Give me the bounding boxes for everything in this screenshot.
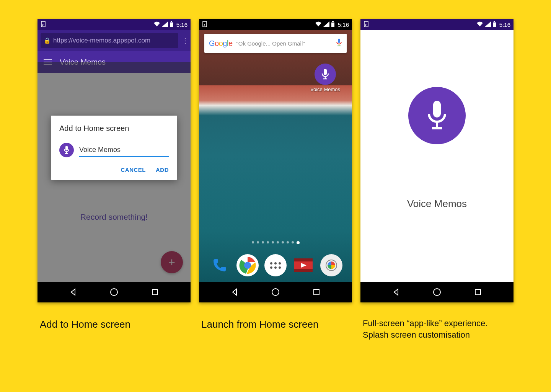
status-bar: 5:16 bbox=[360, 19, 514, 30]
modal-overlay: Add to Home screen bbox=[37, 62, 191, 282]
svg-point-37 bbox=[434, 289, 440, 296]
caption-1: Add to Home screen bbox=[37, 318, 191, 340]
recents-button[interactable] bbox=[150, 287, 160, 297]
home-button[interactable] bbox=[109, 287, 119, 297]
phone-app-icon[interactable] bbox=[209, 254, 231, 276]
svg-rect-32 bbox=[494, 21, 495, 22]
android-nav-bar bbox=[37, 282, 191, 302]
home-screen-wallpaper[interactable]: Google "Ok Google... Open Gmail" Voice bbox=[199, 30, 352, 282]
svg-rect-8 bbox=[152, 289, 158, 295]
phone-home-screen: 5:16 Google "Ok Google... Open Gmail" bbox=[199, 19, 352, 302]
app-drawer-button[interactable] bbox=[264, 254, 287, 276]
home-button[interactable] bbox=[271, 287, 280, 297]
url-text: https://voice-memos.appspot.com bbox=[53, 37, 150, 44]
svg-rect-9 bbox=[203, 21, 207, 27]
microphone-icon bbox=[424, 98, 450, 133]
wifi-icon bbox=[315, 21, 322, 28]
svg-rect-3 bbox=[170, 22, 173, 23]
url-input[interactable]: 🔒 https://voice-memos.appspot.com bbox=[41, 33, 178, 48]
phone-add-to-home: 5:16 🔒 https://voice-memos.appspot.com ⋮… bbox=[37, 19, 191, 302]
svg-rect-12 bbox=[331, 22, 334, 23]
battery-icon bbox=[492, 21, 496, 28]
android-nav-bar bbox=[199, 282, 352, 302]
captions-row: Add to Home screen Launch from Home scre… bbox=[15, 318, 536, 340]
microphone-icon bbox=[320, 68, 330, 80]
caption-2: Launch from Home screen bbox=[199, 318, 352, 340]
microphone-icon bbox=[63, 145, 70, 155]
wifi-icon bbox=[476, 21, 483, 28]
status-time: 5:16 bbox=[338, 21, 349, 28]
home-button[interactable] bbox=[432, 287, 442, 297]
dock bbox=[199, 254, 352, 276]
recents-button[interactable] bbox=[473, 287, 483, 297]
cell-signal-icon bbox=[485, 21, 491, 28]
status-time: 5:16 bbox=[176, 21, 187, 28]
apps-grid-icon bbox=[270, 262, 281, 269]
svg-rect-13 bbox=[338, 39, 340, 43]
svg-point-7 bbox=[111, 289, 117, 296]
browser-url-bar: 🔒 https://voice-memos.appspot.com ⋮ bbox=[37, 30, 191, 51]
svg-rect-0 bbox=[41, 21, 45, 27]
svg-rect-29 bbox=[314, 289, 319, 295]
splash-title: Voice Memos bbox=[407, 198, 467, 210]
video-app-icon[interactable] bbox=[292, 254, 315, 276]
status-bar: 5:16 bbox=[37, 19, 191, 30]
svg-rect-30 bbox=[364, 21, 368, 27]
app-icon-preview bbox=[59, 143, 74, 157]
battery-icon bbox=[170, 21, 173, 28]
recents-button[interactable] bbox=[311, 287, 321, 297]
search-placeholder: "Ok Google... Open Gmail" bbox=[236, 40, 332, 47]
back-button[interactable] bbox=[230, 287, 240, 297]
svg-rect-4 bbox=[65, 146, 68, 150]
google-logo: Google bbox=[209, 39, 233, 48]
splash-screen: Voice Memos bbox=[360, 30, 514, 282]
voice-search-icon[interactable] bbox=[336, 38, 342, 48]
lock-icon: 🔒 bbox=[44, 37, 51, 44]
status-bar: 5:16 bbox=[199, 19, 352, 30]
svg-rect-34 bbox=[433, 101, 441, 118]
caption-3: Full-screen “app-like” experience. Splas… bbox=[360, 318, 514, 340]
notification-icon bbox=[41, 21, 46, 28]
svg-rect-11 bbox=[332, 21, 334, 22]
page-indicator bbox=[199, 241, 352, 244]
notification-icon bbox=[202, 21, 207, 28]
browser-overflow-menu[interactable]: ⋮ bbox=[181, 36, 187, 45]
svg-rect-38 bbox=[475, 289, 481, 295]
android-nav-bar bbox=[360, 282, 514, 302]
battery-icon bbox=[331, 21, 335, 28]
cell-signal-icon bbox=[162, 21, 168, 28]
svg-point-28 bbox=[272, 289, 279, 296]
svg-rect-25 bbox=[294, 269, 313, 272]
svg-rect-33 bbox=[493, 22, 496, 23]
status-time: 5:16 bbox=[499, 21, 510, 28]
phone-splash-screen: 5:16 Voice Memos bbox=[360, 19, 514, 302]
back-button[interactable] bbox=[68, 287, 78, 297]
voice-memos-shortcut[interactable]: Voice Memos bbox=[310, 64, 341, 92]
camera-app-icon[interactable] bbox=[320, 254, 342, 276]
wifi-icon bbox=[153, 21, 160, 28]
dialog-title: Add to Home screen bbox=[59, 124, 169, 133]
back-button[interactable] bbox=[391, 287, 401, 297]
add-to-home-dialog: Add to Home screen bbox=[51, 116, 177, 180]
google-search-bar[interactable]: Google "Ok Google... Open Gmail" bbox=[204, 34, 347, 53]
cancel-button[interactable]: CANCEL bbox=[121, 167, 146, 173]
svg-rect-24 bbox=[294, 258, 313, 261]
svg-rect-16 bbox=[324, 69, 327, 75]
notification-icon bbox=[364, 21, 369, 28]
add-button[interactable]: ADD bbox=[156, 167, 169, 173]
shortcut-name-input[interactable] bbox=[79, 144, 169, 157]
svg-rect-2 bbox=[171, 21, 172, 22]
cell-signal-icon bbox=[323, 21, 329, 28]
splash-app-icon bbox=[408, 87, 466, 144]
voice-memos-icon bbox=[315, 64, 336, 85]
shortcut-label: Voice Memos bbox=[310, 87, 340, 92]
chrome-app-icon[interactable] bbox=[236, 254, 259, 276]
